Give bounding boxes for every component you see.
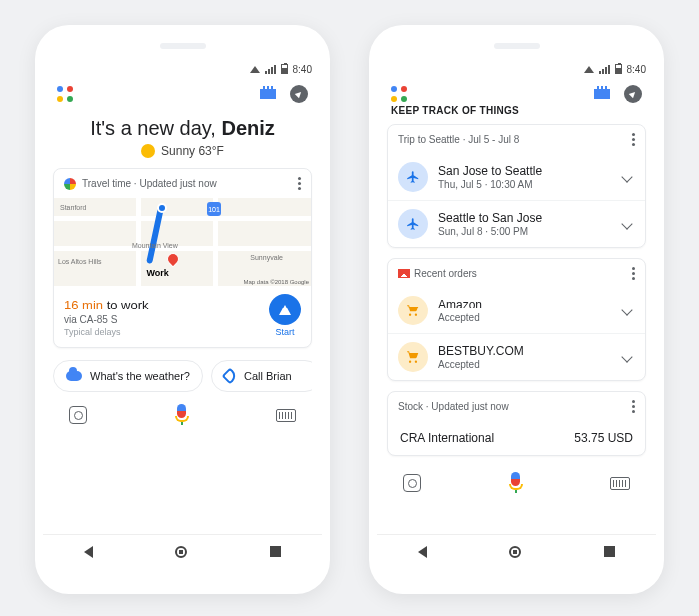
- inbox-icon[interactable]: [260, 89, 276, 99]
- dest-pin-icon: [165, 250, 182, 267]
- start-nav-button[interactable]: Start: [269, 294, 301, 337]
- lens-icon[interactable]: [69, 406, 87, 424]
- phone-left: 8:40 It's a new day, Deniz Sunny 63°F: [35, 25, 330, 594]
- nav-back-button[interactable]: [418, 546, 427, 558]
- stock-card: Stock · Updated just now CRA Internation…: [387, 391, 646, 456]
- dest-label: Work: [147, 268, 169, 278]
- chevron-down-icon: [621, 305, 632, 315]
- mic-button[interactable]: [173, 404, 191, 426]
- chevron-down-icon: [621, 351, 632, 362]
- cloud-icon: [66, 371, 82, 381]
- nav-back-button[interactable]: [84, 546, 93, 558]
- battery-icon: [615, 64, 622, 74]
- status-bar: 8:40: [43, 59, 322, 79]
- nav-recent-button[interactable]: [270, 546, 281, 557]
- orders-card: Recent orders Amazon Accepted: [387, 258, 646, 381]
- cell-icon: [265, 65, 276, 74]
- more-icon[interactable]: [632, 133, 635, 146]
- signal-icon: [584, 66, 594, 73]
- assistant-logo-icon[interactable]: [57, 86, 73, 102]
- android-navbar: [43, 534, 322, 568]
- hwy-shield: 101: [207, 202, 221, 216]
- gmail-label: Recent orders: [398, 268, 477, 279]
- trip-card: Trip to Seattle · Jul 5 - Jul 8 San Jose…: [387, 124, 646, 248]
- battery-icon: [281, 64, 288, 74]
- chip-weather[interactable]: What's the weather?: [53, 360, 203, 392]
- chevron-down-icon: [621, 171, 632, 182]
- flight-row[interactable]: San Jose to Seattle Thu, Jul 5 · 10:30 A…: [388, 154, 645, 200]
- travel-card: Travel time · Updated just now 101 Stanf…: [53, 168, 312, 348]
- travel-card-header: Travel time · Updated just now: [82, 178, 217, 189]
- origin-pin-icon: [157, 203, 167, 213]
- plane-icon: [398, 162, 428, 192]
- maps-icon: [64, 178, 76, 190]
- status-bar: 8:40: [377, 59, 656, 79]
- assistant-logo-icon[interactable]: [391, 86, 407, 102]
- chevron-down-icon: [621, 218, 632, 229]
- more-icon[interactable]: [298, 177, 301, 190]
- app-header: [43, 79, 322, 105]
- chip-call[interactable]: Call Brian: [211, 360, 312, 392]
- explore-icon[interactable]: [624, 85, 642, 103]
- map-preview[interactable]: 101 Stanford Mountain View Los Altos Hil…: [54, 198, 311, 286]
- nav-recent-button[interactable]: [604, 546, 615, 557]
- stock-row[interactable]: CRA International 53.75 USD: [388, 421, 645, 455]
- more-icon[interactable]: [632, 267, 635, 280]
- sun-icon: [141, 144, 155, 158]
- clock: 8:40: [293, 64, 312, 75]
- nav-home-button[interactable]: [175, 546, 187, 558]
- gmail-icon: [398, 269, 410, 278]
- input-bar: [53, 398, 312, 430]
- android-navbar: [377, 534, 656, 568]
- stock-header: Stock · Updated just now: [398, 401, 509, 412]
- order-row[interactable]: Amazon Accepted: [388, 288, 645, 333]
- suggestion-chips: What's the weather? Call Brian: [53, 358, 312, 398]
- mic-button[interactable]: [507, 472, 525, 494]
- nav-arrow-icon: [269, 294, 301, 325]
- cell-icon: [599, 65, 610, 74]
- phone-right: 8:40 KEEP TRACK OF THINGS Trip to Seattl…: [369, 25, 664, 594]
- order-row[interactable]: BESTBUY.COM Accepted: [388, 333, 645, 380]
- weather-summary: Sunny 63°F: [53, 144, 312, 168]
- plane-icon: [398, 209, 428, 239]
- eta-block: 16 min to work via CA-85 S Typical delay…: [64, 298, 149, 337]
- cart-icon: [398, 296, 428, 325]
- greeting: It's a new day, Deniz: [53, 105, 312, 144]
- app-header: [377, 79, 656, 105]
- nav-home-button[interactable]: [509, 546, 521, 558]
- clock: 8:40: [627, 64, 646, 75]
- input-bar: [387, 466, 646, 498]
- phone-icon: [221, 368, 238, 385]
- signal-icon: [250, 66, 260, 73]
- map-attribution: Map data ©2018 Google: [244, 279, 309, 285]
- keyboard-icon[interactable]: [276, 409, 296, 422]
- section-title: KEEP TRACK OF THINGS: [387, 105, 646, 124]
- keyboard-icon[interactable]: [610, 477, 630, 490]
- flight-row[interactable]: Seattle to San Jose Sun, Jul 8 · 5:00 PM: [388, 200, 645, 247]
- trip-header: Trip to Seattle · Jul 5 - Jul 8: [398, 134, 519, 145]
- cart-icon: [398, 342, 428, 372]
- inbox-icon[interactable]: [594, 89, 610, 99]
- lens-icon[interactable]: [403, 474, 421, 492]
- explore-icon[interactable]: [290, 85, 308, 103]
- more-icon[interactable]: [632, 400, 635, 413]
